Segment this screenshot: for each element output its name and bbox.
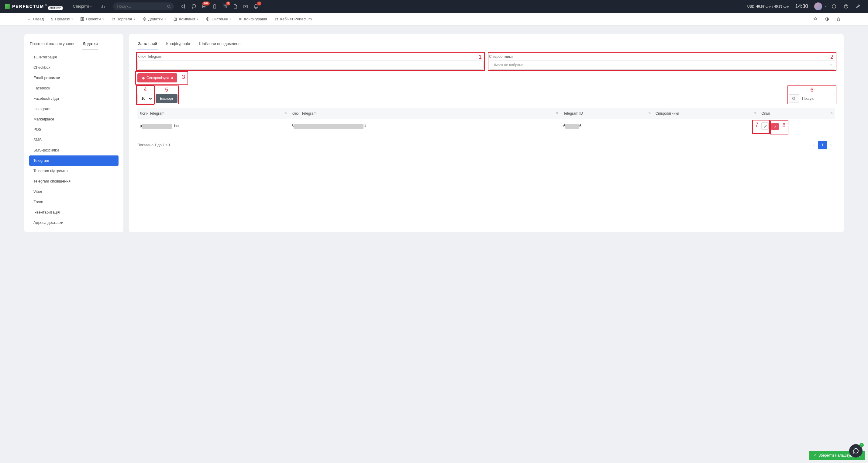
telegram-key-label: Ключ Telegram [137,54,484,59]
sidebar-item-facebook[interactable]: Facebook [29,83,119,93]
cell-staff [653,119,759,134]
tab-general[interactable]: Загальний [137,38,158,50]
svg-point-0 [167,5,170,8]
menu-cabinet[interactable]: Кабінет Perfectum [271,15,315,23]
stats-icon[interactable] [97,2,108,11]
sidebar-item-checkbox[interactable]: Checkbox [29,62,119,73]
tab-config[interactable]: Конфігурація [166,38,191,50]
sidebar-item-inventory[interactable]: Інвентаризація [29,207,119,218]
annotation-label-2: 2 [830,54,833,60]
telegram-key-input[interactable] [137,61,484,70]
th-id[interactable]: Telegram ID⇅ [561,108,653,119]
edit-button[interactable] [761,122,769,129]
table-info: Показано 1 до 1 з 1 [137,143,170,147]
cell-id: 66 [561,119,653,134]
annotation-label-8: 8 [782,122,785,129]
inbox-icon[interactable]: 282 [199,2,209,11]
sync-button[interactable]: ◉ Синхронізувати [137,73,177,82]
menu-trade[interactable]: Торгівля▾ [108,15,138,23]
sidebar-tab-initial[interactable]: Початкові налаштування [29,38,76,50]
pager-page-1[interactable]: 1 [818,141,827,149]
create-button[interactable]: Створити ▾ [70,2,95,10]
exchange-rate: USD: 40.67 UAH / 40.73 UAH [747,5,789,8]
sidebar-item-pos[interactable]: POS [29,124,119,135]
sidebar-item-email[interactable]: Email-розсилки [29,73,119,83]
menu-sales[interactable]: $Продажі▾ [48,15,76,23]
svg-point-18 [793,97,795,100]
bell-badge: 1 [257,2,261,5]
svg-rect-11 [83,19,84,20]
messages-icon[interactable]: 5 [220,2,230,11]
menu-projects[interactable]: Проекти▾ [77,15,107,23]
power-icon[interactable] [829,2,839,11]
svg-point-1 [192,4,196,8]
clipboard-icon[interactable] [210,2,219,11]
pager: ‹ 1 › [810,141,835,149]
user-avatar[interactable] [814,2,822,10]
sidebar-item-telegram[interactable]: Telegram [29,155,119,166]
sidebar-item-facebook-leads[interactable]: Facebook Ліди [29,93,119,104]
sidebar: Початкові налаштування Додатки 1С інтегр… [24,34,123,232]
page-size-select[interactable]: 10 [137,94,153,104]
annotation-label-3: 3 [182,74,185,80]
menubar: ←Назад $Продажі▾ Проекти▾ Торгівля▾ Дода… [0,13,868,26]
topbar: PERFECTUM ® CRM+ERP Створити ▾ 282 5 1 U… [0,0,868,13]
th-login[interactable]: Логін Telegram⇅ [137,108,289,119]
mail-icon[interactable] [241,2,250,11]
back-button[interactable]: ←Назад [24,15,47,23]
clock: 14:30 [795,3,808,9]
global-search-input[interactable] [113,2,174,10]
table-search-input[interactable] [799,94,835,103]
sidebar-item-telegram-notify[interactable]: Telegram сповіщення [29,176,119,186]
chat-icon[interactable] [189,2,199,11]
svg-rect-2 [213,5,216,8]
sidebar-item-1c[interactable]: 1С інтеграція [29,52,119,62]
table-row: p_bot 6U 66 7 × [137,119,835,134]
svg-rect-8 [81,18,82,19]
staff-select[interactable]: Нічого не вибрано ▾ [489,61,835,70]
annotation-label-7: 7 [755,122,758,128]
tab-templates[interactable]: Шаблони повідомлень [198,38,241,50]
menu-layers-icon[interactable] [810,15,820,23]
sidebar-item-telegram-support[interactable]: Telegram підтримка [29,166,119,176]
menu-system[interactable]: Системні▾ [203,15,234,23]
document-icon[interactable] [230,2,240,11]
wrench-icon[interactable] [854,2,863,11]
th-staff[interactable]: Співробітники⇅ [653,108,759,119]
logo-mark-icon [5,4,10,9]
help-icon[interactable] [841,2,851,11]
sidebar-item-marketplace[interactable]: Marketplace [29,114,119,124]
pager-next[interactable]: › [827,141,835,149]
table-search-button[interactable] [789,94,799,103]
logo-text: PERFECTUM [12,4,44,9]
annotation-label-6: 6 [810,87,813,93]
sidebar-item-sms-send[interactable]: SMS-розсилки [29,145,119,155]
menu-config[interactable]: Конфігурація [235,15,270,23]
logo-subtitle: CRM+ERP [48,6,63,10]
sidebar-item-sms[interactable]: SMS [29,135,119,145]
sidebar-item-viber[interactable]: Viber [29,186,119,197]
pager-prev[interactable]: ‹ [810,141,818,149]
menu-theme-icon[interactable] [822,15,832,23]
search-icon [167,5,171,8]
bell-icon[interactable]: 1 [251,2,261,11]
export-button[interactable]: Експорт [156,94,178,103]
svg-point-14 [240,18,240,19]
sidebar-item-zoom[interactable]: Zoom [29,197,119,207]
announce-icon[interactable] [179,2,188,11]
svg-rect-12 [174,18,177,20]
th-key[interactable]: Ключ Telegram⇅ [289,108,561,119]
menu-company[interactable]: Компанія▾ [170,15,202,23]
sidebar-item-address[interactable]: Адреса доставки [29,218,119,228]
menu-star-icon[interactable] [833,15,844,23]
svg-rect-9 [83,18,84,19]
sidebar-item-instagram[interactable]: Instagram [29,104,119,114]
th-options[interactable]: Опції⇅ [759,108,835,119]
cell-login: p_bot [137,119,289,134]
user-menu-chevron[interactable]: ▾ [825,5,827,8]
telegram-table: Логін Telegram⇅ Ключ Telegram⇅ Telegram … [137,108,835,134]
annotation-label-5: 5 [165,87,168,93]
sidebar-tab-addons[interactable]: Додатки [82,38,98,50]
menu-addons[interactable]: Додатки▾ [140,15,169,23]
delete-button[interactable]: × [771,123,779,130]
